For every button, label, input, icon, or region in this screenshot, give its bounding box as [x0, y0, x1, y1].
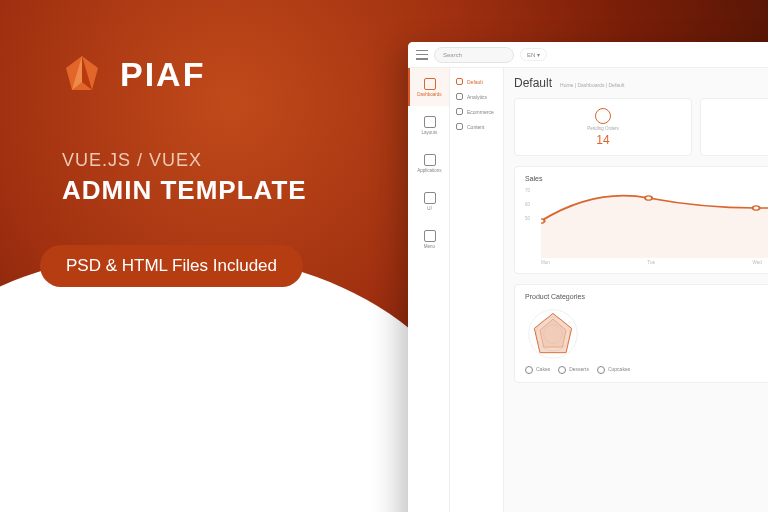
sales-line-chart: 70 60 50: [525, 188, 768, 258]
applications-icon: [424, 154, 436, 166]
nav-dashboards[interactable]: Dashboards: [408, 68, 449, 106]
stat-pending-orders[interactable]: Pending Orders 14: [514, 98, 692, 156]
page-title: Default: [514, 76, 552, 90]
main-nav-rail: Dashboards Layouts Applications UI Menu: [408, 68, 450, 512]
clock-icon: [595, 108, 611, 124]
svg-point-3: [541, 219, 545, 223]
menu-toggle-icon[interactable]: [416, 50, 428, 60]
files-included-badge: PSD & HTML Files Included: [40, 245, 303, 287]
content-area: Default Home | Dashboards | Default Pend…: [504, 68, 768, 512]
layouts-icon: [424, 116, 436, 128]
nav-ui[interactable]: UI: [408, 182, 449, 220]
ui-icon: [424, 192, 436, 204]
dashboard-mockup: Search EN ▾ Dashboards Layouts Applicati…: [408, 42, 768, 512]
radar-legend: Cakes Desserts Cupcakes: [525, 366, 768, 374]
submenu-analytics[interactable]: Analytics: [450, 89, 503, 104]
brand-name: PIAF: [120, 55, 205, 94]
product-categories-card: Product Categories Cakes Desserts Cupcak…: [514, 284, 768, 383]
tagline-main: ADMIN TEMPLATE: [62, 175, 307, 206]
dot-icon: [456, 123, 463, 130]
nav-layouts[interactable]: Layouts: [408, 106, 449, 144]
dot-icon: [456, 93, 463, 100]
tagline-tech: VUE.JS / VUEX: [62, 150, 307, 171]
stat-completed-orders[interactable]: Completed Orders 32: [700, 98, 768, 156]
categories-title: Product Categories: [525, 293, 768, 300]
topbar: Search EN ▾: [408, 42, 768, 68]
sales-card: Sales 70 60 50 Mon Tue: [514, 166, 768, 274]
nav-applications[interactable]: Applications: [408, 144, 449, 182]
sales-title: Sales: [525, 175, 768, 182]
search-input[interactable]: Search: [434, 47, 514, 63]
submenu-ecommerce[interactable]: Ecommerce: [450, 104, 503, 119]
piaf-logo-icon: [62, 54, 102, 94]
nav-menu[interactable]: Menu: [408, 220, 449, 258]
breadcrumb[interactable]: Home | Dashboards | Default: [560, 82, 624, 88]
language-switcher[interactable]: EN ▾: [520, 48, 547, 61]
submenu-default[interactable]: Default: [450, 74, 503, 89]
submenu: Default Analytics Ecommerce Content: [450, 68, 504, 512]
dashboard-icon: [424, 78, 436, 90]
radar-chart: [525, 306, 581, 362]
svg-point-4: [645, 196, 652, 200]
submenu-content[interactable]: Content: [450, 119, 503, 134]
dot-icon: [456, 108, 463, 115]
svg-point-5: [753, 206, 760, 210]
menu-icon: [424, 230, 436, 242]
dot-icon: [456, 78, 463, 85]
